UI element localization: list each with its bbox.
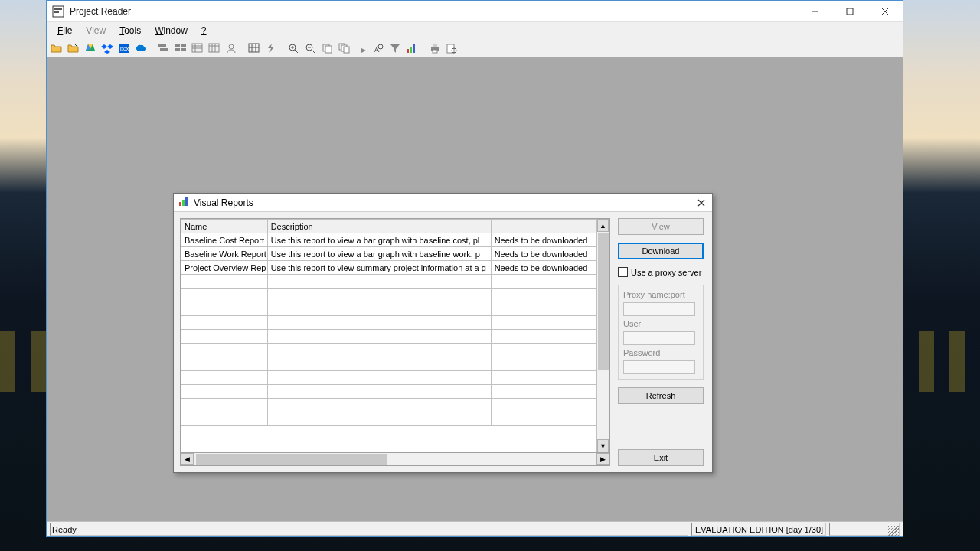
maximize-button[interactable]: [832, 1, 867, 22]
scroll-down-icon[interactable]: ▼: [597, 439, 609, 452]
workspace: Visual Reports Name Description: [47, 57, 903, 521]
svg-rect-52: [433, 50, 437, 53]
zoom-in-icon[interactable]: [287, 41, 301, 55]
svg-point-29: [229, 44, 234, 49]
menu-file[interactable]: File: [51, 24, 78, 37]
dialog-close-button[interactable]: [691, 194, 712, 211]
refresh-button[interactable]: Refresh: [618, 387, 704, 404]
scroll-right-icon[interactable]: ▶: [596, 453, 609, 465]
svg-rect-4: [847, 8, 853, 15]
export-icon[interactable]: [354, 41, 368, 55]
menu-view[interactable]: View: [80, 24, 112, 37]
gantt-icon[interactable]: [157, 41, 171, 55]
proxy-name-label: Proxy name:port: [623, 290, 698, 299]
grid-vertical-scrollbar[interactable]: ▲ ▼: [596, 219, 609, 452]
proxy-password-input[interactable]: [623, 360, 695, 374]
svg-line-35: [295, 50, 298, 53]
grid-horizontal-scrollbar[interactable]: ◀ ▶: [180, 453, 610, 466]
proxy-user-input[interactable]: [623, 331, 695, 345]
minimize-button[interactable]: [797, 1, 832, 22]
svg-rect-56: [182, 200, 185, 206]
svg-rect-57: [185, 197, 188, 206]
task-usage-icon[interactable]: [191, 41, 204, 55]
open-file-icon[interactable]: [67, 41, 80, 55]
view-button[interactable]: View: [618, 218, 704, 235]
open-folder-icon[interactable]: [50, 41, 64, 55]
resource-usage-icon[interactable]: [207, 41, 221, 55]
zoom-out-icon[interactable]: [304, 41, 318, 55]
svg-point-46: [378, 44, 383, 49]
toolbar: box: [47, 39, 903, 57]
svg-text:box: box: [120, 46, 129, 51]
proxy-name-input[interactable]: [623, 302, 695, 316]
svg-line-39: [312, 50, 315, 53]
svg-marker-12: [104, 50, 110, 54]
svg-rect-48: [410, 47, 412, 53]
svg-marker-10: [101, 44, 107, 49]
svg-rect-15: [158, 44, 166, 47]
dialog-title: Visual Reports: [194, 197, 691, 208]
dialog-titlebar: Visual Reports: [174, 194, 712, 212]
col-header-name[interactable]: Name: [181, 220, 268, 233]
window-title: Project Reader: [70, 6, 797, 17]
svg-rect-47: [407, 49, 409, 53]
status-edition: EVALUATION EDITION [day 1/30]: [691, 523, 826, 536]
print-preview-icon[interactable]: [445, 41, 459, 55]
download-button[interactable]: Download: [618, 243, 704, 259]
menu-tools[interactable]: Tools: [113, 24, 147, 37]
use-proxy-checkbox[interactable]: [618, 267, 628, 277]
copy-all-icon[interactable]: [338, 41, 351, 55]
tracking-gantt-icon[interactable]: [174, 41, 188, 55]
copy-icon[interactable]: [321, 41, 335, 55]
print-icon[interactable]: [428, 41, 442, 55]
main-window: Project Reader File View Tools Window ? …: [46, 0, 903, 537]
app-icon: [51, 5, 65, 18]
menubar: File View Tools Window ?: [47, 22, 903, 39]
proxy-settings-group: Proxy name:port User Password: [618, 285, 704, 380]
svg-rect-55: [179, 202, 181, 206]
col-header-status[interactable]: [491, 220, 609, 233]
resource-sheet-icon[interactable]: [224, 41, 238, 55]
proxy-password-label: Password: [623, 348, 698, 357]
proxy-user-label: User: [623, 319, 698, 328]
find-icon[interactable]: [371, 41, 385, 55]
use-proxy-checkbox-row[interactable]: Use a proxy server: [618, 267, 704, 277]
svg-rect-19: [175, 48, 180, 51]
table-icon[interactable]: [247, 41, 261, 55]
google-drive-icon[interactable]: [83, 41, 97, 55]
svg-rect-18: [181, 44, 186, 47]
svg-marker-11: [107, 44, 113, 49]
exit-button[interactable]: Exit: [618, 449, 704, 466]
table-row[interactable]: Baseline Cost Report Use this report to …: [181, 233, 609, 247]
svg-rect-20: [181, 48, 186, 51]
table-row[interactable]: Baseline Work Report Use this report to …: [181, 247, 609, 261]
table-row[interactable]: Project Overview Rep Use this report to …: [181, 261, 609, 275]
reports-grid[interactable]: Name Description Baseline Cost Report Us…: [180, 218, 610, 453]
scroll-up-icon[interactable]: ▲: [597, 219, 609, 232]
box-icon[interactable]: box: [117, 41, 131, 55]
svg-rect-51: [433, 44, 437, 47]
svg-rect-2: [54, 11, 59, 13]
status-text: Ready: [50, 523, 688, 536]
scroll-thumb[interactable]: [598, 233, 609, 370]
onedrive-icon[interactable]: [134, 41, 148, 55]
menu-window[interactable]: Window: [149, 24, 194, 37]
dropbox-icon[interactable]: [100, 41, 114, 55]
chart-icon: [178, 196, 189, 209]
status-grip: [829, 523, 900, 536]
filter-icon[interactable]: [388, 41, 402, 55]
statusbar: Ready EVALUATION EDITION [day 1/30]: [47, 521, 903, 536]
svg-rect-1: [54, 8, 62, 10]
visual-reports-icon[interactable]: [405, 41, 419, 55]
scroll-thumb-h[interactable]: [196, 454, 387, 465]
visual-reports-dialog: Visual Reports Name Description: [173, 193, 713, 473]
svg-rect-16: [160, 48, 168, 51]
svg-rect-49: [413, 44, 415, 53]
close-button[interactable]: [867, 1, 903, 22]
lightning-icon[interactable]: [264, 41, 278, 55]
col-header-description[interactable]: Description: [267, 220, 491, 233]
scroll-left-icon[interactable]: ◀: [181, 453, 194, 465]
menu-help[interactable]: ?: [195, 24, 213, 37]
titlebar: Project Reader: [47, 1, 903, 22]
resize-grip-icon[interactable]: [888, 526, 899, 536]
